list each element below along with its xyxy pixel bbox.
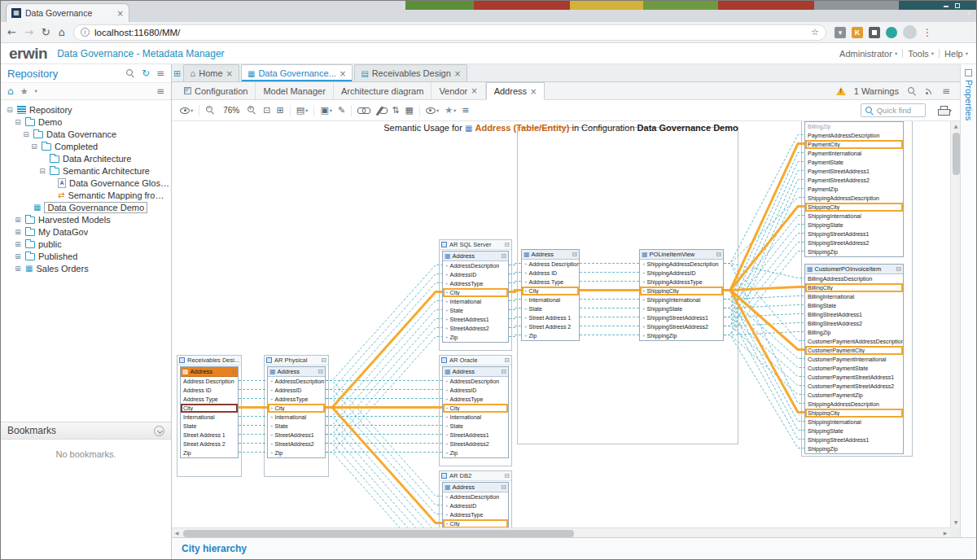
collapse-icon[interactable] xyxy=(321,357,326,364)
entity-field[interactable]: BillingStreetAddress2 xyxy=(805,319,903,328)
entity-field[interactable]: City xyxy=(443,288,508,297)
sub-tab-vendor[interactable]: Vendor xyxy=(432,82,485,99)
tree-item-completed[interactable]: Completed xyxy=(1,140,171,152)
entity-field[interactable]: PaymentStreetAddress2 xyxy=(805,176,903,185)
model-frame-header[interactable]: AR SQL Server xyxy=(440,240,511,250)
entity-field[interactable]: Zip xyxy=(443,333,508,342)
entity-field[interactable]: Street Address 1 xyxy=(522,313,579,322)
doc-tab-data-governance[interactable]: Data Governance... xyxy=(241,64,353,81)
entity-field[interactable]: City xyxy=(443,519,508,527)
chevron-down-icon[interactable] xyxy=(35,88,37,94)
entity-field[interactable]: AddressDescription xyxy=(443,492,508,501)
entity-field[interactable]: Street Address 1 xyxy=(181,431,238,440)
tab-close-icon[interactable] xyxy=(117,9,124,18)
entity-field[interactable]: PaymentInternational xyxy=(805,149,903,158)
entity-field[interactable]: ShippingState xyxy=(640,304,723,313)
sub-tab-architecture-diagram[interactable]: Architecture diagram xyxy=(334,82,432,99)
tree-item-demo[interactable]: Demo xyxy=(1,116,171,128)
diagram-menu-icon[interactable] xyxy=(942,85,950,97)
horizontal-scroll-thumb[interactable] xyxy=(183,530,574,537)
entity-field[interactable]: International xyxy=(181,413,238,422)
expander-icon[interactable] xyxy=(14,265,22,273)
entity-field[interactable]: ShippingState xyxy=(805,427,903,435)
entity-header[interactable]: Address xyxy=(443,367,508,377)
tree-item-harvested-models[interactable]: Harvested Models xyxy=(1,213,171,225)
profile-avatar[interactable] xyxy=(903,25,917,39)
entity-field[interactable]: Address Description xyxy=(181,377,238,386)
entity-field[interactable]: Zip xyxy=(522,331,579,340)
entity-field[interactable]: International xyxy=(443,413,508,422)
tools-menu[interactable]: Tools xyxy=(908,49,934,59)
forward-icon[interactable]: → xyxy=(24,26,33,38)
entity-field[interactable]: ShippingInternational xyxy=(805,418,903,427)
tree-item-semantic-mapping-from-dat[interactable]: Semantic Mapping from Dat xyxy=(1,189,171,201)
entity-field[interactable]: ShippingInternational xyxy=(805,212,903,221)
entity-field[interactable]: CustomerPaymentInternational xyxy=(805,355,903,364)
entity-field[interactable]: Address Description xyxy=(522,260,579,269)
entity-field[interactable]: CustomerPaymentStreetAddress2 xyxy=(805,382,903,391)
entity-field[interactable]: BillingInternational xyxy=(805,292,903,301)
entity-field[interactable]: StreetAddress2 xyxy=(268,440,325,448)
print-button[interactable] xyxy=(938,106,952,115)
entity-rtop[interactable]: BillingZipPaymentAddressDescriptionPayme… xyxy=(804,121,904,257)
sidebar-menu-icon[interactable] xyxy=(156,68,164,79)
collapse-icon[interactable] xyxy=(504,357,510,364)
entity-field[interactable]: AddressDescription xyxy=(268,377,325,386)
browser-menu-icon[interactable] xyxy=(922,27,932,38)
entity-recv[interactable]: AddressAddress DescriptionAddress IDAddr… xyxy=(180,366,239,458)
entity-field[interactable]: CustomerPaymentZip xyxy=(805,391,903,400)
sub-tab-configuration[interactable]: Configuration xyxy=(177,82,256,99)
bookmark-star-icon[interactable] xyxy=(811,27,819,37)
entity-field[interactable]: CustomerPaymentCity xyxy=(805,346,903,355)
fit-to-window-button[interactable]: ⊡ xyxy=(263,105,270,116)
entity-header[interactable]: Address xyxy=(443,252,508,261)
properties-tab[interactable]: Properties xyxy=(962,69,975,120)
model-frame-header[interactable]: AR DB2 xyxy=(440,471,511,481)
entity-field[interactable]: CustomerPaymentState xyxy=(805,364,903,373)
bookmarks-header[interactable]: Bookmarks xyxy=(1,422,171,440)
expander-icon[interactable] xyxy=(14,252,22,260)
tree-item-my-datagov[interactable]: My DataGov xyxy=(1,225,171,238)
tab-close-icon[interactable] xyxy=(454,69,461,78)
entity-field[interactable]: ShippingStreetAddress2 xyxy=(805,238,903,247)
tree-item-data-governance-demo[interactable]: Data Governance Demo xyxy=(1,201,171,213)
close-icon[interactable] xyxy=(966,3,971,8)
entity-field[interactable]: ShippingStreetAddress1 xyxy=(640,313,723,322)
entity-field[interactable]: StreetAddress1 xyxy=(443,315,508,324)
tree-item-data-governance-glossary[interactable]: Data Governance Glossary xyxy=(1,177,171,189)
url-text[interactable]: localhost:11680/MM/ xyxy=(94,28,806,37)
grid-view-button[interactable]: ▦ xyxy=(405,105,413,116)
extension-icon[interactable]: ▾ xyxy=(835,27,846,38)
layout-menu-button[interactable]: ▤ xyxy=(296,105,309,116)
entity-field[interactable]: AddressType xyxy=(443,279,508,288)
help-menu[interactable]: Help xyxy=(944,49,968,59)
visibility-menu-button[interactable] xyxy=(426,107,439,114)
entity-field[interactable]: ShippingAddressDescription xyxy=(805,194,903,203)
tab-close-icon[interactable] xyxy=(471,86,477,95)
entity-field[interactable]: BillingAddressDescription xyxy=(805,274,903,283)
minimize-icon[interactable] xyxy=(944,3,949,8)
entity-field[interactable]: PaymentStreetAddress1 xyxy=(805,167,903,176)
entity-header[interactable]: POLineItemView xyxy=(640,250,723,260)
entity-field[interactable]: State xyxy=(181,422,238,431)
entity-field[interactable]: ShippingAddressType xyxy=(640,278,723,287)
entity-field[interactable]: Zip xyxy=(268,448,325,457)
entity-field[interactable]: BillingZip xyxy=(805,328,903,337)
entity-field[interactable]: AddressType xyxy=(268,395,325,404)
collapse-icon[interactable] xyxy=(504,472,510,479)
entity-field[interactable]: State xyxy=(443,306,508,315)
entity-field[interactable]: StreetAddress2 xyxy=(443,440,508,448)
entity-field[interactable]: ShippingZip xyxy=(805,444,903,453)
entity-field[interactable]: International xyxy=(522,295,579,304)
refresh-icon[interactable] xyxy=(142,68,150,79)
entity-field[interactable]: State xyxy=(268,422,325,431)
collapse-icon[interactable] xyxy=(501,483,506,491)
entity-field[interactable]: StreetAddress1 xyxy=(268,431,325,440)
vertical-scroll-thumb[interactable] xyxy=(953,133,960,175)
entity-field[interactable]: City xyxy=(268,404,325,413)
entity-field[interactable]: Address ID xyxy=(181,386,238,395)
entity-field[interactable]: City xyxy=(522,287,579,295)
entity-field[interactable]: Zip xyxy=(181,448,238,457)
entity-cpo[interactable]: CustomerPOInvoiceItemBillingAddressDescr… xyxy=(804,264,904,454)
collapse-icon[interactable] xyxy=(504,241,510,248)
